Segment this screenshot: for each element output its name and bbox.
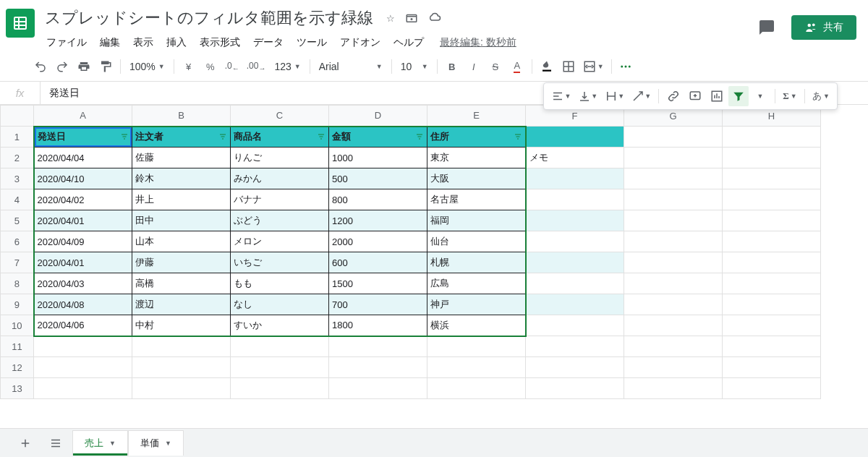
- cell[interactable]: [231, 336, 329, 357]
- cell[interactable]: [723, 189, 821, 210]
- col-header-A[interactable]: A: [34, 106, 132, 127]
- cell[interactable]: もも: [231, 273, 329, 294]
- cell[interactable]: 福岡: [427, 210, 526, 231]
- cell[interactable]: [132, 378, 231, 399]
- cell[interactable]: [34, 357, 132, 378]
- filter-icon[interactable]: [218, 132, 227, 141]
- decrease-decimal-button[interactable]: .0←: [222, 56, 242, 77]
- cell[interactable]: [526, 378, 624, 399]
- cell[interactable]: [231, 378, 329, 399]
- last-edit-link[interactable]: 最終編集: 数秒前: [440, 36, 516, 49]
- cell[interactable]: 山本: [132, 231, 231, 252]
- cell[interactable]: [526, 210, 624, 231]
- cell[interactable]: 田中: [132, 210, 231, 231]
- filter-icon[interactable]: [514, 132, 522, 141]
- cell[interactable]: [624, 168, 723, 189]
- cell[interactable]: 名古屋: [427, 189, 526, 210]
- cell[interactable]: [132, 336, 231, 357]
- cell[interactable]: バナナ: [231, 189, 329, 210]
- menu-edit[interactable]: 編集: [94, 33, 126, 52]
- cell[interactable]: [723, 231, 821, 252]
- link-button[interactable]: [663, 86, 684, 106]
- cell[interactable]: [624, 210, 723, 231]
- header-cell[interactable]: 商品名: [231, 127, 329, 148]
- cell[interactable]: [526, 336, 624, 357]
- filter-icon[interactable]: [415, 132, 424, 141]
- cell[interactable]: [427, 336, 526, 357]
- row-header[interactable]: 12: [1, 357, 34, 378]
- cell[interactable]: [624, 231, 723, 252]
- cell[interactable]: [624, 378, 723, 399]
- cell[interactable]: [723, 210, 821, 231]
- col-header-C[interactable]: C: [231, 106, 329, 127]
- redo-button[interactable]: [52, 56, 72, 77]
- cell[interactable]: [723, 252, 821, 273]
- sheet-grid[interactable]: A B C D E F G H 1発送日注文者商品名金額住所22020/04/0…: [0, 105, 868, 399]
- font-select[interactable]: Arial▼: [315, 61, 387, 72]
- cell[interactable]: 2020/04/06: [34, 315, 132, 336]
- cell[interactable]: 佐藤: [132, 148, 231, 168]
- functions-button[interactable]: Σ▼: [780, 86, 800, 106]
- row-header[interactable]: 4: [1, 189, 34, 210]
- menu-help[interactable]: ヘルプ: [388, 33, 430, 52]
- cell[interactable]: 仙台: [427, 231, 526, 252]
- cell[interactable]: [723, 168, 821, 189]
- cell[interactable]: [526, 252, 624, 273]
- cell[interactable]: 2020/04/10: [34, 168, 132, 189]
- filter-icon[interactable]: [317, 132, 326, 141]
- cell[interactable]: [723, 294, 821, 315]
- cell[interactable]: 神戸: [427, 294, 526, 315]
- filter-button[interactable]: [728, 86, 749, 106]
- cell[interactable]: 1500: [329, 273, 427, 294]
- currency-button[interactable]: ¥: [179, 56, 199, 77]
- row-header[interactable]: 10: [1, 315, 34, 336]
- row-header[interactable]: 2: [1, 148, 34, 168]
- share-button[interactable]: 共有: [791, 15, 856, 40]
- cell[interactable]: [526, 127, 624, 148]
- cell[interactable]: [329, 357, 427, 378]
- row-header[interactable]: 3: [1, 168, 34, 189]
- row-header[interactable]: 7: [1, 252, 34, 273]
- menu-format[interactable]: 表示形式: [194, 33, 246, 52]
- cell[interactable]: [624, 189, 723, 210]
- cell[interactable]: [624, 127, 723, 148]
- cell[interactable]: りんご: [231, 148, 329, 168]
- cell[interactable]: [624, 357, 723, 378]
- paint-format-button[interactable]: [95, 56, 116, 77]
- cell[interactable]: 広島: [427, 273, 526, 294]
- row-header[interactable]: 1: [1, 127, 34, 148]
- cell[interactable]: 500: [329, 168, 427, 189]
- row-header[interactable]: 6: [1, 231, 34, 252]
- cell[interactable]: [624, 315, 723, 336]
- header-cell[interactable]: 発送日: [34, 127, 132, 148]
- col-header-D[interactable]: D: [329, 106, 427, 127]
- filter-dropdown[interactable]: ▼: [750, 86, 770, 106]
- cell[interactable]: [427, 378, 526, 399]
- col-header-E[interactable]: E: [427, 106, 526, 127]
- cell[interactable]: 1200: [329, 210, 427, 231]
- cell[interactable]: 2020/04/09: [34, 231, 132, 252]
- undo-button[interactable]: [30, 56, 51, 77]
- format-123-select[interactable]: 123▼: [270, 61, 305, 72]
- cell[interactable]: [624, 294, 723, 315]
- cell[interactable]: 2020/04/04: [34, 148, 132, 168]
- cell[interactable]: [526, 315, 624, 336]
- cell[interactable]: 2020/04/03: [34, 273, 132, 294]
- menu-insert[interactable]: 挿入: [161, 33, 192, 52]
- cell[interactable]: [132, 357, 231, 378]
- cell[interactable]: 高橋: [132, 273, 231, 294]
- cell[interactable]: [723, 148, 821, 168]
- document-title[interactable]: スプレッドシートのフィルタ範囲を示す緑線: [41, 6, 378, 30]
- cell[interactable]: なし: [231, 294, 329, 315]
- rotate-button[interactable]: ▼: [629, 86, 654, 106]
- cell[interactable]: いちご: [231, 252, 329, 273]
- increase-decimal-button[interactable]: .00→: [244, 56, 269, 77]
- cell[interactable]: ぶどう: [231, 210, 329, 231]
- cell[interactable]: すいか: [231, 315, 329, 336]
- app-logo[interactable]: [6, 9, 35, 38]
- cell[interactable]: 2020/04/02: [34, 189, 132, 210]
- cell[interactable]: 2020/04/08: [34, 294, 132, 315]
- filter-icon[interactable]: [120, 132, 129, 141]
- menu-tools[interactable]: ツール: [291, 33, 333, 52]
- menu-data[interactable]: データ: [247, 33, 289, 52]
